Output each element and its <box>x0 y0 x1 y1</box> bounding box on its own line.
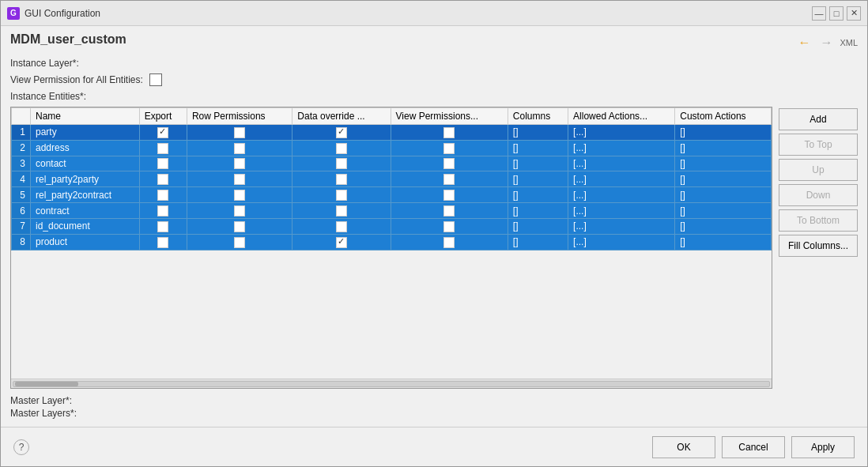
table-row[interactable]: 6contract[][...][] <box>12 203 772 219</box>
xml-label: XML <box>840 38 858 47</box>
master-layers-label: Master Layers*: <box>10 408 858 419</box>
main-body: Name Export Row Permissions Data overrid… <box>10 107 858 389</box>
minimize-button[interactable]: — <box>812 6 826 21</box>
table-row[interactable]: 1party✓✓[][...][] <box>12 125 772 141</box>
page-title: MDM_user_custom <box>10 32 126 47</box>
down-button[interactable]: Down <box>779 184 858 206</box>
scrollbar-track <box>13 381 770 387</box>
col-name: Name <box>31 108 140 125</box>
table-header-row: Name Export Row Permissions Data overrid… <box>12 108 772 125</box>
instance-entities-label: Instance Entities*: <box>10 91 86 102</box>
toolbar: ← → XML <box>795 34 858 51</box>
title-bar: G GUI Configuration — □ ✕ <box>1 1 867 26</box>
col-custom-actions: Custom Actions <box>675 108 772 125</box>
maximize-button[interactable]: □ <box>829 6 843 21</box>
col-data-override: Data override ... <box>292 108 391 125</box>
view-permission-checkbox[interactable] <box>149 73 162 86</box>
col-export: Export <box>139 108 187 125</box>
instance-layer-row: Instance Layer*: <box>10 58 858 69</box>
to-bottom-button[interactable]: To Bottom <box>779 209 858 232</box>
back-button[interactable]: ← <box>795 34 813 51</box>
scrollbar-thumb[interactable] <box>15 382 78 386</box>
col-columns: Columns <box>508 108 568 125</box>
cancel-button[interactable]: Cancel <box>722 436 785 458</box>
table-row[interactable]: 2address[][...][] <box>12 140 772 156</box>
col-row-permissions: Row Permissions <box>187 108 292 125</box>
side-buttons-panel: Add To Top Up Down To Bottom Fill Column… <box>779 107 858 389</box>
table-row[interactable]: 5rel_party2contract[][...][] <box>12 187 772 203</box>
help-button[interactable]: ? <box>13 439 29 455</box>
forward-button[interactable]: → <box>817 34 835 51</box>
horizontal-scrollbar[interactable] <box>11 378 772 388</box>
main-window: G GUI Configuration — □ ✕ MDM_user_custo… <box>0 0 868 467</box>
add-button[interactable]: Add <box>779 108 858 130</box>
window-controls: — □ ✕ <box>812 6 861 21</box>
master-layer-label: Master Layer*: <box>10 395 858 406</box>
entities-table: Name Export Row Permissions Data overrid… <box>11 107 772 250</box>
footer-buttons: OK Cancel Apply <box>652 436 855 458</box>
view-permission-row: View Permission for All Entities: <box>10 73 858 86</box>
instance-entities-row: Instance Entities*: <box>10 91 858 102</box>
table-wrapper[interactable]: Name Export Row Permissions Data overrid… <box>11 107 772 378</box>
fill-columns-button[interactable]: Fill Columns... <box>779 235 858 257</box>
table-area: Name Export Row Permissions Data overrid… <box>10 107 772 389</box>
col-view-permissions: View Permissions... <box>391 108 508 125</box>
col-num <box>12 108 31 125</box>
footer: ? OK Cancel Apply <box>1 427 867 466</box>
table-row[interactable]: 8product✓[][...][] <box>12 234 772 250</box>
apply-button[interactable]: Apply <box>791 436 855 458</box>
ok-button[interactable]: OK <box>652 436 715 458</box>
view-permission-label: View Permission for All Entities: <box>10 74 143 85</box>
table-row[interactable]: 4rel_party2party[][...][] <box>12 171 772 187</box>
to-top-button[interactable]: To Top <box>779 134 858 156</box>
up-button[interactable]: Up <box>779 159 858 181</box>
window-title: GUI Configuration <box>25 8 807 19</box>
close-button[interactable]: ✕ <box>847 6 861 21</box>
table-row[interactable]: 7id_document[][...][] <box>12 218 772 234</box>
app-icon: G <box>7 7 20 20</box>
content-area: MDM_user_custom ← → XML Instance Layer*:… <box>1 26 867 427</box>
table-row[interactable]: 3contact[][...][] <box>12 156 772 171</box>
instance-layer-label: Instance Layer*: <box>10 58 79 69</box>
bottom-section: Master Layer*: Master Layers*: <box>10 395 858 420</box>
col-allowed-actions: Allowed Actions... <box>568 108 675 125</box>
